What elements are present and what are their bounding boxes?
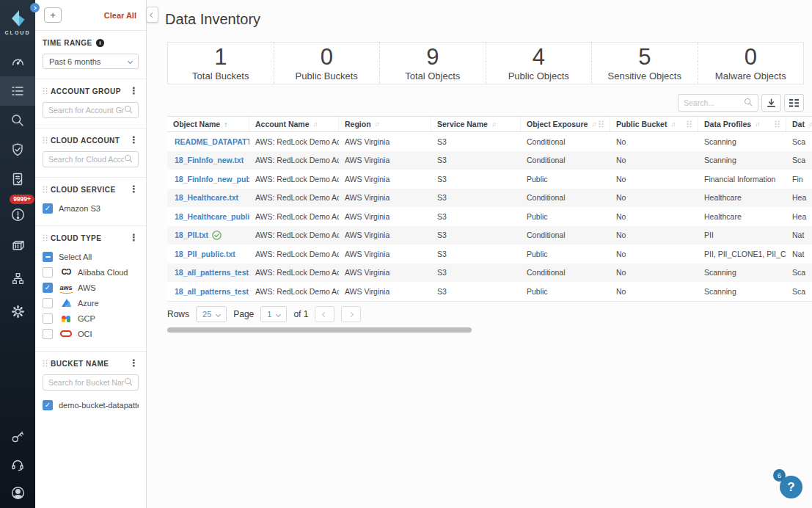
verified-check-icon [212,231,222,240]
cell-object-exposure: Conditional [521,231,610,239]
account-group-search-input[interactable] [48,106,124,115]
nav-item-profile[interactable] [0,479,35,507]
filter-option-aws[interactable]: ✓awsAWS [43,280,139,295]
main-content: Data Inventory 1 Total Buckets0 Public B… [147,0,812,508]
horizontal-scrollbar[interactable] [167,327,472,333]
filter-option-alibaba-cloud[interactable]: CƆAlibaba Cloud [43,264,139,280]
cell-object-name: 18_FinInfo_new.txt [167,156,249,164]
filter-option-oci[interactable]: OCI [43,326,139,341]
kebab-menu-icon[interactable]: ⋮ [129,87,139,95]
option-label: Alibaba Cloud [78,268,128,277]
help-button[interactable]: ? [780,476,802,498]
nav-item-search[interactable] [0,106,35,135]
kebab-menu-icon[interactable]: ⋮ [129,234,139,242]
column-header-data-profiles[interactable]: Data Profiles↓↑ [698,117,786,131]
cell-account-name: AWS: RedLock Demo Acc... [249,212,339,221]
nav-item-access-key[interactable] [0,423,35,451]
nav-item-inventory[interactable] [0,76,35,106]
nav-item-alerts[interactable]: 9999+ [0,200,35,229]
select-all-checkbox[interactable] [43,252,53,262]
object-name-link[interactable]: 18_all_patterns_test.txt [175,268,249,277]
drag-handle-icon[interactable] [43,87,48,95]
alert-count-badge: 9999+ [10,195,34,204]
column-header-account-name[interactable]: Account Name↓↑ [249,117,339,131]
nav-item-assets[interactable] [0,231,35,260]
account-group-search[interactable] [43,102,139,118]
nav-item-compliance[interactable] [0,164,35,194]
object-name-link[interactable]: 18_PII_public.txt [175,250,235,258]
prisma-cloud-logo: CLOUD [0,9,35,35]
object-name-link[interactable]: 18_FinInfo_new.txt [175,156,244,164]
add-filter-button[interactable]: + [44,7,62,23]
search-icon [124,376,133,389]
checkbox[interactable]: ✓ [43,400,53,410]
filter-option-azure[interactable]: Azure [43,295,139,311]
column-resize-handle[interactable] [687,120,692,128]
object-name-link[interactable]: README_DATAPATTER... [175,137,249,146]
column-resize-handle[interactable] [599,120,604,128]
object-name-link[interactable]: 18_FinInfo_new_public.txt [175,175,249,184]
kebab-menu-icon[interactable]: ⋮ [129,137,139,144]
column-header-data-patterns[interactable]: Dat↓↑ [786,117,812,131]
drag-handle-icon[interactable] [43,360,48,367]
object-name-link[interactable]: 18_PII.txt [175,231,208,239]
cell-region: AWS Virginia [339,268,431,277]
column-resize-handle[interactable] [775,120,780,128]
clear-all-button[interactable]: Clear All [104,11,136,20]
drag-handle-icon[interactable] [43,137,48,144]
column-label: Data Profiles [704,120,751,128]
time-range-value: Past 6 months [49,57,100,66]
next-page-button[interactable] [341,306,361,322]
search-icon [744,96,753,109]
column-header-service-name[interactable]: Service Name↓↑ [431,117,521,131]
checkbox[interactable]: ✓ [43,203,53,214]
rows-per-page-select[interactable]: 25 [196,306,227,322]
table-row: 18_PII_public.txtAWS: RedLock Demo Acc..… [167,244,812,264]
object-name-link[interactable]: 18_Healthcare_public.txt [175,212,249,221]
nav-item-settings[interactable] [0,297,35,326]
column-header-region[interactable]: Region↓↑ [339,117,431,131]
nav-item-network[interactable] [0,264,35,293]
checkbox[interactable] [43,267,53,277]
drag-handle-icon[interactable] [43,234,48,242]
select-all-option[interactable]: Select All [43,249,139,264]
download-button[interactable] [761,94,781,112]
bucket-name-search-input[interactable] [48,378,124,387]
time-range-select[interactable]: Past 6 months [43,54,139,69]
filter-option-gcp[interactable]: GCP [43,311,139,326]
object-name-link[interactable]: 18_Healthcare.txt [175,193,238,202]
filter-option-amazon-s3[interactable]: ✓Amazon S3 [43,200,139,216]
cell-object-name: 18_PII_public.txt [167,250,249,258]
kebab-menu-icon[interactable]: ⋮ [129,186,139,193]
drag-handle-icon[interactable] [43,186,48,193]
page-select[interactable]: 1 [260,306,287,322]
table-header-row: Object Name↑Account Name↓↑Region↓↑Servic… [167,116,812,132]
option-label: demo-bucket-datapattern-f... [59,401,139,410]
stat-value: 0 [745,46,757,68]
checkbox[interactable] [43,298,53,308]
cell-region: AWS Virginia [339,287,431,296]
nav-item-governance[interactable] [0,135,35,164]
filter-option-demo-bucket-datapattern-f-[interactable]: ✓demo-bucket-datapattern-f... [43,397,139,413]
table-search[interactable] [678,94,758,112]
checkbox[interactable] [43,313,53,324]
column-settings-button[interactable] [784,94,804,112]
cell-object-name: README_DATAPATTER... [167,137,249,146]
checkbox[interactable]: ✓ [43,283,53,293]
column-header-public-bucket[interactable]: Public Bucket↓↑ [610,117,698,131]
kebab-menu-icon[interactable]: ⋮ [129,360,139,367]
checkbox[interactable] [43,329,53,339]
previous-page-button[interactable] [315,306,334,322]
cell-account-name: AWS: RedLock Demo Acc... [249,193,339,202]
nav-item-support[interactable] [0,451,35,479]
bucket-name-search[interactable] [43,374,139,391]
collapse-filters-button[interactable] [146,7,158,23]
object-name-link[interactable]: 18_all_patterns_test_publ... [175,287,249,296]
table-search-input[interactable] [684,98,744,107]
cloud-account-search[interactable] [43,151,139,167]
nav-expand-icon[interactable] [30,3,40,12]
nav-item-dashboard[interactable] [0,47,35,76]
cloud-account-search-input[interactable] [48,155,124,164]
column-header-object-exposure[interactable]: Object Exposure↓↑ [521,117,610,131]
column-header-object-name[interactable]: Object Name↑ [167,117,249,131]
